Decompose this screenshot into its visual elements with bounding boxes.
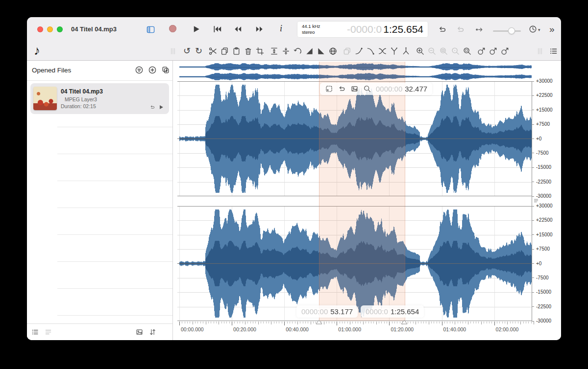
history-button[interactable] (528, 24, 538, 34)
timeline-label: 01:00.000 (338, 326, 361, 332)
envelope-up-button[interactable] (354, 46, 364, 56)
scale-label: -15000 (536, 289, 551, 295)
fade-out-button[interactable] (317, 46, 326, 56)
file-loop-icon[interactable] (149, 104, 155, 110)
timeline-tick (455, 322, 455, 324)
export-image-icon[interactable] (350, 85, 359, 93)
timeline-tick (366, 322, 366, 323)
close-window-button[interactable] (37, 26, 43, 32)
merge-channels-button[interactable] (401, 46, 411, 56)
scale-tick (532, 153, 534, 153)
cut-button[interactable] (208, 46, 218, 56)
center-amplitude-button[interactable] (281, 46, 291, 56)
scale-label: -22500 (536, 179, 551, 184)
scale-tick (532, 306, 534, 307)
volume-slider[interactable] (493, 30, 521, 32)
app-logo-music-note-icon: ♪ (34, 43, 40, 58)
selection-end-handle[interactable] (401, 320, 408, 324)
split-channels-button[interactable] (390, 46, 399, 56)
edit-toolbar-drag-handle[interactable] (168, 46, 177, 56)
fast-forward-button[interactable] (255, 24, 264, 34)
marquee-select-icon[interactable] (325, 85, 333, 93)
edit-toolbar-group (208, 46, 265, 56)
reverse-button[interactable] (293, 46, 302, 56)
file-play-button[interactable] (158, 104, 164, 110)
history-chevron-icon[interactable]: ▾ (538, 27, 540, 32)
zoom-to-selection-icon[interactable] (363, 85, 371, 93)
volume-slider-knob[interactable] (508, 27, 515, 34)
marker-link-button[interactable] (500, 46, 510, 56)
minimize-window-button[interactable] (47, 26, 53, 32)
timeline-tick (187, 322, 188, 323)
selection-overlay[interactable] (319, 62, 405, 321)
timeline-tick (247, 322, 248, 323)
scale-tick (532, 234, 534, 235)
delete-button[interactable] (244, 46, 253, 56)
selection-start-chip: 0000:0053.177 (296, 305, 358, 318)
timeline-tick (229, 322, 230, 323)
scale-label: +22500 (536, 92, 553, 98)
skip-to-start-button[interactable] (213, 24, 222, 34)
redo-button[interactable]: ↻ (194, 46, 203, 56)
timeline-tick (518, 322, 518, 323)
undo-button[interactable]: ↺ (182, 46, 192, 56)
channel-options-icon[interactable] (533, 198, 539, 204)
selection-start-padding: 0000:00 (301, 307, 328, 316)
timeline-tick (337, 322, 337, 325)
timeline-tick (226, 322, 227, 323)
duplicate-button[interactable] (343, 46, 352, 56)
marker-insert-button[interactable] (477, 46, 486, 56)
opened-file-item[interactable]: 04 Titel 04.mp3 MPEG Layer3 Duration: 02… (30, 83, 169, 114)
rewind-button[interactable] (233, 24, 243, 34)
zoom-window-button[interactable] (57, 26, 63, 32)
timeline-tick (295, 322, 295, 323)
fit-amplitude-button[interactable] (270, 46, 279, 56)
crop-button[interactable] (255, 46, 265, 56)
zoom-selection-button[interactable] (463, 46, 472, 56)
marker-loop-button[interactable] (489, 46, 498, 56)
timeline-tick (447, 322, 447, 323)
zoom-actual-button[interactable] (451, 46, 460, 56)
sort-files-button[interactable] (148, 328, 157, 336)
file-list-separator (57, 261, 172, 262)
scale-label: +30000 (536, 203, 553, 208)
zoom-out-button[interactable] (427, 46, 437, 56)
zoom-fit-button[interactable] (439, 46, 448, 56)
compact-view-button[interactable] (44, 328, 52, 336)
scale-tick (532, 110, 534, 110)
normalize-button[interactable] (328, 46, 338, 56)
record-button[interactable] (169, 25, 176, 32)
paste-button[interactable] (232, 46, 241, 56)
time-display: -0000:01:25.654 (347, 23, 423, 35)
toolbar-drag-handle[interactable] (535, 46, 544, 56)
repeat-button[interactable] (456, 25, 465, 34)
timeline-tick (305, 322, 306, 323)
copy-button[interactable] (220, 46, 229, 56)
play-from-cursor-button[interactable] (474, 25, 484, 34)
add-file-button[interactable] (148, 66, 157, 74)
timeline-tick (505, 322, 505, 323)
timeline-tick (308, 322, 308, 323)
filter-files-button[interactable] (135, 66, 144, 74)
loop-playback-button[interactable] (438, 25, 447, 34)
loop-selection-icon[interactable] (338, 85, 346, 93)
list-view-button[interactable] (31, 328, 39, 336)
scale-tick (532, 196, 534, 197)
timeline-tick (487, 322, 487, 323)
timeline-tick (381, 322, 382, 323)
crossfade-button[interactable] (378, 46, 387, 56)
zoom-in-button[interactable] (416, 46, 425, 56)
info-button[interactable]: i (280, 23, 282, 34)
selection-start-handle[interactable] (316, 320, 322, 324)
play-button[interactable] (192, 24, 201, 34)
toolbar-options-button[interactable] (549, 46, 558, 56)
sidebar-toggle-button[interactable] (146, 25, 155, 34)
timeline-tick (523, 322, 524, 323)
file-format: MPEG Layer3 (65, 96, 97, 102)
envelope-down-button[interactable] (366, 46, 375, 56)
fade-in-button[interactable] (305, 46, 314, 56)
timeline-tick (384, 322, 385, 323)
toolbar-overflow-button[interactable]: » (549, 24, 555, 35)
add-multiple-files-button[interactable] (161, 66, 170, 74)
artwork-view-button[interactable] (135, 328, 144, 336)
